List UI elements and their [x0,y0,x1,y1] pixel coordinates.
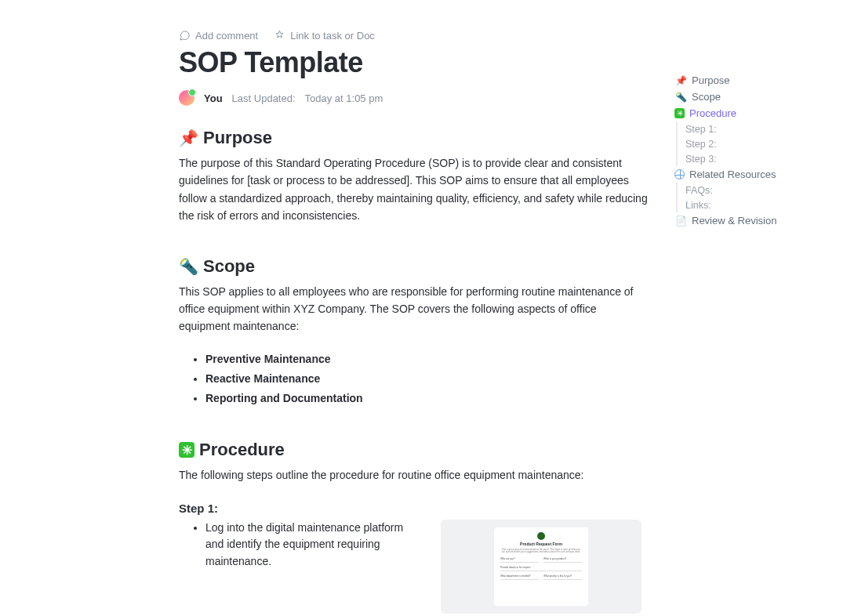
outline-item-faqs[interactable]: FAQs: [685,183,816,197]
step-1-list: Log into the digital maintenance platfor… [205,520,409,571]
asterisk-icon: ✳ [179,442,194,458]
flashlight-icon: 🔦 [179,257,198,276]
outline-label: Step 1: [685,124,717,135]
outline-item-step2[interactable]: Step 2: [685,136,816,151]
document-icon: 📄 [674,216,687,226]
pin-icon: 📌 [179,129,198,147]
outline-label: Scope [692,91,721,103]
outline-label: Purpose [692,74,729,86]
comment-icon [179,30,191,42]
purpose-heading: 📌 Purpose [179,128,649,148]
outline-item-step1[interactable]: Step 1: [685,121,816,136]
outline-item-procedure[interactable]: ✳ Procedure [674,105,816,121]
outline-item-review[interactable]: 📄 Review & Revision [674,212,816,229]
list-item: Reactive Maintenance [205,369,649,389]
form-card: Product Request Form Get a quick way of … [494,527,588,606]
outline-label: Related Resources [689,168,776,180]
scope-heading-text: Scope [203,256,255,277]
link-doc-label: Link to task or Doc [290,30,375,42]
step-1-row: Log into the digital maintenance platfor… [179,520,649,614]
purpose-body: The purpose of this Standard Operating P… [179,154,649,225]
flashlight-icon: 🔦 [674,92,687,103]
doc-meta: You Last Updated: Today at 1:05 pm [179,90,649,106]
procedure-heading-text: Procedure [199,440,285,460]
outline-label: Procedure [689,107,736,119]
updated-value: Today at 1:05 pm [305,92,384,104]
outline-item-purpose[interactable]: 📌 Purpose [674,72,816,89]
author-label: You [204,92,223,104]
pin-icon: 📌 [674,75,687,86]
form-title: Product Request Form [520,542,562,546]
outline-procedure-steps: Step 1: Step 2: Step 3: [676,121,816,166]
add-comment-label: Add comment [195,30,258,42]
outline-item-step3[interactable]: Step 3: [685,151,816,166]
outline-item-scope[interactable]: 🔦 Scope [674,89,816,105]
globe-icon [674,169,685,179]
purpose-heading-text: Purpose [203,128,272,148]
outline-label: Links: [685,200,711,211]
scope-list: Preventive Maintenance Reactive Maintena… [205,350,649,409]
step-1-heading: Step 1: [179,502,649,515]
scope-body: This SOP applies to all employees who ar… [179,283,649,335]
outline-label: Review & Revision [692,215,776,226]
form-desc: Get a quick way of communicate to the te… [500,549,582,554]
avatar-icon [537,532,545,540]
outline-label: Step 2: [685,139,717,150]
outline-label: FAQs: [685,185,713,196]
list-item: Log into the digital maintenance platfor… [205,520,409,571]
link-doc-button[interactable]: Link to task or Doc [274,30,375,42]
outline-item-related[interactable]: Related Resources [674,166,816,183]
document-main: Add comment Link to task or Doc SOP Temp… [179,30,649,614]
add-comment-button[interactable]: Add comment [179,30,258,42]
outline-related-sub: FAQs: Links: [676,183,816,212]
doc-toolbar: Add comment Link to task or Doc [179,30,649,42]
procedure-heading: ✳ Procedure [179,440,649,460]
outline-item-links[interactable]: Links: [685,197,816,212]
link-icon [274,30,285,42]
procedure-body: The following steps outline the procedur… [179,466,649,484]
scope-heading: 🔦 Scope [179,256,649,277]
outline-label: Step 3: [685,154,717,165]
list-item: Preventive Maintenance [205,350,649,369]
updated-label: Last Updated: [232,92,296,104]
page-title: SOP Template [179,46,649,79]
list-item: Reporting and Documentation [205,389,649,408]
outline-sidebar: 📌 Purpose 🔦 Scope ✳ Procedure Step 1: St… [674,72,816,229]
avatar[interactable] [179,90,194,106]
asterisk-icon: ✳ [674,108,685,118]
form-preview-image[interactable]: Product Request Form Get a quick way of … [441,520,642,614]
